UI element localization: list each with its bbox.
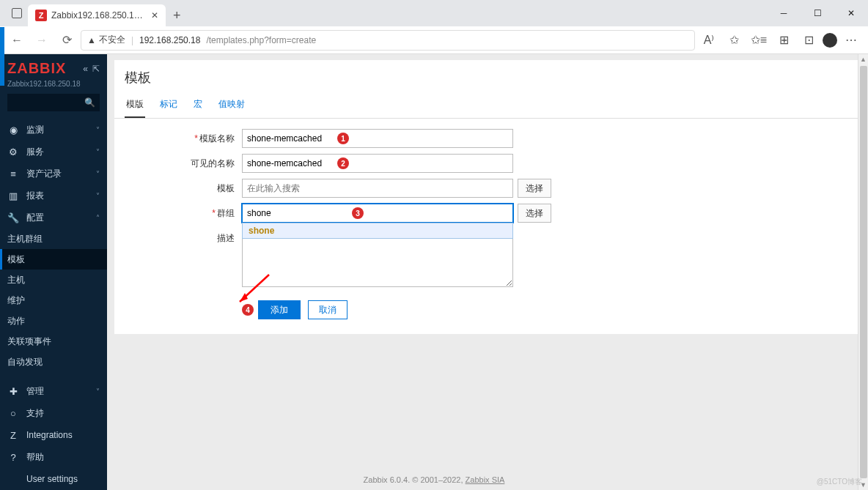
browser-titlebar: Z Zabbix192.168.250.18: 配置模板 ✕ + ─ ☐ ✕ xyxy=(0,0,868,26)
nav-item-1[interactable]: ⚙服务˅ xyxy=(0,141,107,163)
collapse-sidebar-icon[interactable]: « xyxy=(83,64,88,74)
badge-3: 3 xyxy=(352,207,364,219)
page-title: 模板 xyxy=(125,69,850,86)
extensions-icon[interactable]: ⊡ xyxy=(798,29,820,51)
favorite-icon[interactable]: ✩ xyxy=(723,29,745,51)
nav-back-icon[interactable]: ← xyxy=(6,29,28,51)
label-template-name: 模版名称 xyxy=(199,133,235,144)
window-close[interactable]: ✕ xyxy=(834,0,868,26)
collections-icon[interactable]: ⊞ xyxy=(773,29,795,51)
groups-autocomplete-option[interactable]: shone xyxy=(242,223,513,239)
nav-label: Integrations xyxy=(26,430,73,440)
more-icon[interactable]: ⋯ xyxy=(840,29,862,51)
nav-lower-3[interactable]: ?帮助 xyxy=(0,446,107,468)
url-field[interactable]: ▲ 不安全 | 192.168.250.18/templates.php?for… xyxy=(81,30,695,51)
nav-item-4[interactable]: 🔧配置˄ xyxy=(0,207,107,229)
sidebar: ZABBIX « ⇱ Zabbix192.168.250.18 🔍 ◉监测˅⚙服… xyxy=(0,54,107,490)
groups-select-button[interactable]: 选择 xyxy=(518,204,551,223)
nav-subitem-主机[interactable]: 主机 xyxy=(0,270,107,290)
footer: Zabbix 6.0.4. © 2001–2022, Zabbix SIA xyxy=(107,475,868,484)
sidebar-search-input[interactable] xyxy=(7,94,100,111)
scroll-thumb[interactable] xyxy=(860,66,867,478)
nav-label: 资产记录 xyxy=(26,168,62,180)
chevron-icon: ˄ xyxy=(96,214,100,222)
insecure-warning: ▲ 不安全 xyxy=(87,34,125,46)
nav-label: 支持 xyxy=(26,407,44,420)
browser-tab[interactable]: Z Zabbix192.168.250.18: 配置模板 ✕ xyxy=(28,4,166,26)
close-tab-icon[interactable]: ✕ xyxy=(151,10,158,21)
nav-subitem-关联项事件[interactable]: 关联项事件 xyxy=(0,331,107,352)
badge-4: 4 xyxy=(242,304,254,316)
tab-宏[interactable]: 宏 xyxy=(192,94,204,118)
nav-forward-icon: → xyxy=(31,29,53,51)
read-aloud-icon[interactable]: A⁾ xyxy=(698,29,720,51)
nav-icon: 🔧 xyxy=(7,212,19,223)
nav-subitem-动作[interactable]: 动作 xyxy=(0,311,107,331)
nav-icon: ⚙ xyxy=(7,146,19,157)
tab-title: Zabbix192.168.250.18: 配置模板 xyxy=(51,10,147,22)
nav-lower-1[interactable]: ○支持 xyxy=(0,402,107,424)
nav-item-2[interactable]: ≡资产记录˅ xyxy=(0,163,107,185)
chevron-icon: ˅ xyxy=(96,170,100,178)
label-description: 描述 xyxy=(217,233,235,243)
templates-select-button[interactable]: 选择 xyxy=(518,179,551,198)
window-edge-highlight xyxy=(0,27,4,86)
tabs-vertical-icon[interactable] xyxy=(12,8,22,18)
visible-name-input[interactable] xyxy=(242,154,513,173)
nav-label: 服务 xyxy=(26,146,44,158)
footer-link[interactable]: Zabbix SIA xyxy=(466,475,505,484)
nav-lower-2[interactable]: ZIntegrations xyxy=(0,424,107,446)
browser-addressbar: ← → ⟳ ▲ 不安全 | 192.168.250.18/templates.p… xyxy=(0,26,868,54)
zabbix-logo[interactable]: ZABBIX xyxy=(7,60,66,77)
label-visible-name: 可见的名称 xyxy=(191,158,235,168)
window-minimize[interactable]: ─ xyxy=(767,0,801,26)
nav-refresh-icon[interactable]: ⟳ xyxy=(56,29,78,51)
nav-icon: ≡ xyxy=(7,168,19,179)
favorites-bar-icon[interactable]: ✩≡ xyxy=(748,29,770,51)
nav-subitem-模板[interactable]: 模板 xyxy=(0,249,107,270)
badge-2: 2 xyxy=(337,157,349,169)
vertical-scrollbar[interactable]: ▲ ▼ xyxy=(858,54,868,490)
nav-item-3[interactable]: ▥报表˅ xyxy=(0,185,107,207)
tab-标记[interactable]: 标记 xyxy=(158,94,179,118)
nav-label: 管理 xyxy=(26,385,44,398)
scroll-up-icon[interactable]: ▲ xyxy=(860,54,867,64)
groups-search-input[interactable] xyxy=(242,204,513,223)
nav-icon: Z xyxy=(7,430,19,441)
new-tab-button[interactable]: + xyxy=(166,4,188,26)
nav-icon: ▥ xyxy=(7,190,19,201)
badge-1: 1 xyxy=(337,133,349,144)
chevron-icon: ˅ xyxy=(96,148,100,156)
templates-search-input[interactable] xyxy=(242,179,513,198)
nav-lower-0[interactable]: ✚管理˅ xyxy=(0,380,107,402)
chevron-icon: ˅ xyxy=(96,126,100,134)
nav-label: 配置 xyxy=(26,212,44,224)
nav-subitem-自动发现[interactable]: 自动发现 xyxy=(0,352,107,372)
server-label: Zabbix192.168.250.18 xyxy=(0,80,107,94)
template-name-input[interactable] xyxy=(242,129,513,148)
nav-icon: ◉ xyxy=(7,125,19,136)
nav-label: 报表 xyxy=(26,190,44,202)
nav-label: 监测 xyxy=(26,124,44,136)
add-button[interactable]: 添加 xyxy=(258,300,301,319)
nav-label: 帮助 xyxy=(26,451,44,464)
svg-marker-1 xyxy=(240,293,248,302)
tab-值映射[interactable]: 值映射 xyxy=(217,94,246,118)
profile-avatar[interactable] xyxy=(823,33,837,48)
main-content: 模板 模版标记宏值映射 *模版名称 1 可见的名称 2 xyxy=(107,54,868,490)
nav-icon: ✚ xyxy=(7,386,19,397)
nav-icon: ? xyxy=(7,452,19,463)
cancel-button[interactable]: 取消 xyxy=(308,300,347,319)
nav-item-0[interactable]: ◉监测˅ xyxy=(0,119,107,141)
nav-subitem-维护[interactable]: 维护 xyxy=(0,290,107,311)
popout-sidebar-icon[interactable]: ⇱ xyxy=(92,64,100,74)
tab-模版[interactable]: 模版 xyxy=(125,94,145,118)
zabbix-favicon: Z xyxy=(35,10,47,21)
label-groups: 群组 xyxy=(217,208,235,218)
nav-subitem-主机群组[interactable]: 主机群组 xyxy=(0,229,107,249)
url-path: /templates.php?form=create xyxy=(206,35,316,45)
url-host: 192.168.250.18 xyxy=(139,35,200,45)
chevron-icon: ˅ xyxy=(96,192,100,200)
watermark-text: @51CTO博客 xyxy=(817,477,862,487)
window-maximize[interactable]: ☐ xyxy=(801,0,834,26)
